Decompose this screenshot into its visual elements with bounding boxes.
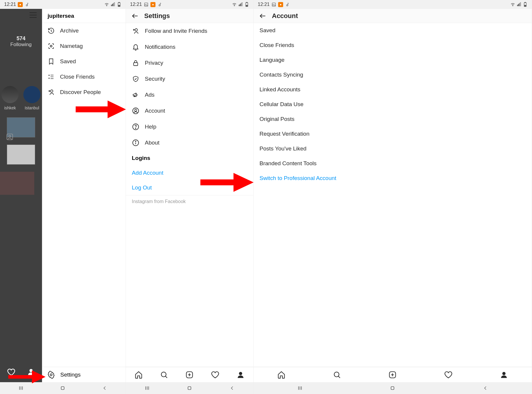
add-user-icon xyxy=(48,89,55,96)
post-thumbnail[interactable] xyxy=(0,172,34,195)
music-icon xyxy=(157,2,162,7)
tab-profile[interactable] xyxy=(499,370,508,379)
settings-account[interactable]: Account xyxy=(126,103,253,119)
svg-rect-42 xyxy=(518,4,519,6)
back-button[interactable] xyxy=(100,384,109,393)
switch-professional-link[interactable]: Switch to Professional Account xyxy=(254,171,532,186)
following-count: 574 xyxy=(0,35,42,42)
tagged-tab-icon[interactable] xyxy=(6,133,14,141)
tab-home[interactable] xyxy=(277,370,286,379)
status-bar: 12:21 ● xyxy=(0,0,126,9)
drawer-close-friends[interactable]: Close Friends xyxy=(42,69,126,85)
svg-rect-7 xyxy=(119,2,120,3)
svg-rect-21 xyxy=(241,3,241,6)
drawer-nametag[interactable]: Nametag xyxy=(42,38,126,54)
notification-icon: ● xyxy=(18,2,23,7)
android-nav-bar xyxy=(0,382,126,394)
account-cellular-data[interactable]: Cellular Data Use xyxy=(254,97,532,112)
status-bar: 12:21 ● xyxy=(126,0,253,9)
settings-notifications[interactable]: Notifications xyxy=(126,39,253,55)
recent-apps-button[interactable] xyxy=(296,384,304,393)
notification-icon: ● xyxy=(150,2,155,7)
panel-account: 12:21 ● Account Saved Close Friends Lang… xyxy=(254,0,532,394)
account-close-friends[interactable]: Close Friends xyxy=(254,38,532,53)
account-saved[interactable]: Saved xyxy=(254,23,532,38)
svg-rect-24 xyxy=(246,2,247,3)
wifi-icon xyxy=(104,2,109,7)
hamburger-icon[interactable] xyxy=(30,12,37,18)
battery-icon xyxy=(523,2,528,7)
svg-point-12 xyxy=(50,45,52,47)
account-request-verification[interactable]: Request Verification xyxy=(254,127,532,141)
settings-about[interactable]: About xyxy=(126,135,253,151)
android-nav-bar xyxy=(254,382,532,394)
story-highlight[interactable]: ishkek xyxy=(1,86,19,110)
user-icon xyxy=(132,107,140,115)
svg-point-50 xyxy=(502,372,505,375)
svg-rect-46 xyxy=(525,2,526,3)
settings-ads[interactable]: Ads xyxy=(126,87,253,103)
megaphone-icon xyxy=(132,91,140,99)
tab-home[interactable] xyxy=(134,370,143,379)
svg-rect-5 xyxy=(114,2,115,6)
svg-point-48 xyxy=(334,372,339,377)
account-original-posts[interactable]: Original Posts xyxy=(254,112,532,127)
svg-rect-16 xyxy=(145,3,148,6)
svg-point-33 xyxy=(135,141,136,142)
image-icon xyxy=(271,2,276,7)
signal-icon xyxy=(238,2,243,7)
account-contacts-syncing[interactable]: Contacts Syncing xyxy=(254,67,532,82)
back-icon[interactable] xyxy=(259,12,267,20)
svg-rect-43 xyxy=(519,3,520,6)
tab-profile[interactable] xyxy=(236,370,245,379)
account-posts-liked[interactable]: Posts You've Liked xyxy=(254,141,532,156)
post-thumbnail[interactable] xyxy=(7,145,35,165)
svg-rect-25 xyxy=(246,5,247,7)
panel-settings: 12:21 ● Settings Follow and Invite Frien… xyxy=(126,0,254,394)
recent-apps-button[interactable] xyxy=(17,384,25,393)
home-button[interactable] xyxy=(185,384,194,393)
account-branded-content[interactable]: Branded Content Tools xyxy=(254,156,532,171)
tab-bar xyxy=(126,367,253,382)
tab-search[interactable] xyxy=(332,370,341,379)
music-icon xyxy=(25,2,30,7)
page-title: Settings xyxy=(144,12,170,20)
tab-activity[interactable] xyxy=(211,370,220,379)
back-button[interactable] xyxy=(481,384,490,393)
tab-add[interactable] xyxy=(185,370,194,379)
home-button[interactable] xyxy=(58,384,67,393)
drawer-discover-people[interactable]: Discover People xyxy=(42,85,126,100)
status-time: 12:21 xyxy=(258,2,270,7)
svg-point-40 xyxy=(512,5,513,6)
svg-point-26 xyxy=(135,29,137,31)
back-button[interactable] xyxy=(228,384,236,393)
tab-activity[interactable] xyxy=(444,370,453,379)
add-user-icon xyxy=(132,27,140,35)
svg-rect-51 xyxy=(391,387,394,390)
notification-icon: ● xyxy=(278,2,283,7)
account-language[interactable]: Language xyxy=(254,53,532,67)
status-bar: 12:21 ● xyxy=(254,0,532,9)
drawer-saved[interactable]: Saved xyxy=(42,54,126,69)
svg-point-17 xyxy=(159,5,160,6)
recent-apps-button[interactable] xyxy=(143,384,152,393)
drawer-archive[interactable]: Archive xyxy=(42,23,126,38)
settings-help[interactable]: Help xyxy=(126,119,253,135)
tutorial-arrow-icon xyxy=(8,370,46,383)
drawer-settings[interactable]: Settings xyxy=(42,367,126,382)
tab-add[interactable] xyxy=(388,370,397,379)
home-button[interactable] xyxy=(388,384,397,393)
android-nav-bar xyxy=(126,382,253,394)
settings-follow-invite[interactable]: Follow and Invite Friends xyxy=(126,23,253,39)
svg-point-1 xyxy=(106,5,107,6)
settings-security[interactable]: Security xyxy=(126,71,253,87)
story-highlight[interactable]: Istanbul xyxy=(23,86,40,110)
lock-icon xyxy=(132,59,140,67)
back-icon[interactable] xyxy=(131,12,139,20)
account-linked-accounts[interactable]: Linked Accounts xyxy=(254,82,532,97)
settings-privacy[interactable]: Privacy xyxy=(126,55,253,71)
wifi-icon xyxy=(510,2,515,7)
tab-search[interactable] xyxy=(160,370,168,379)
help-icon xyxy=(132,123,140,131)
svg-rect-38 xyxy=(272,3,275,6)
